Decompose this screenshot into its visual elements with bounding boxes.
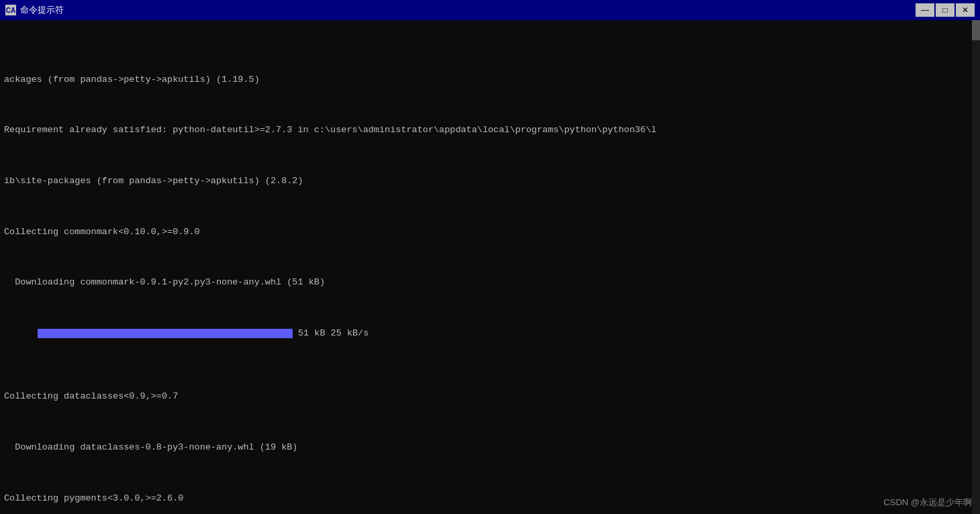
terminal-line-0: ackages (from pandas->petty->apkutils) (…	[4, 74, 976, 87]
terminal-content: ackages (from pandas->petty->apkutils) (…	[4, 23, 976, 514]
app-icon: CA	[5, 5, 16, 15]
terminal-line-8: Collecting pygments<3.0.0,>=2.6.0	[4, 493, 976, 505]
terminal-line-2: ib\site-packages (from pandas->petty->ap…	[4, 175, 976, 188]
terminal-body: ackages (from pandas->petty->apkutils) (…	[0, 20, 980, 514]
terminal-line-4: Downloading commonmark-0.9.1-py2.py3-non…	[4, 276, 976, 289]
watermark: CSDN @永远是少年啊	[883, 497, 972, 509]
progress-text-1: 51 kB 25 kB/s	[298, 327, 369, 340]
window-title: 命令提示符	[20, 4, 64, 16]
terminal-line-1: Requirement already satisfied: python-da…	[4, 124, 976, 137]
terminal-line-7: Downloading dataclasses-0.8-py3-none-any…	[4, 442, 976, 454]
terminal-line-6: Collecting dataclasses<0.9,>=0.7	[4, 391, 976, 403]
scrollbar[interactable]	[972, 20, 980, 514]
terminal-line-3: Collecting commonmark<0.10.0,>=0.9.0	[4, 226, 976, 239]
scrollbar-thumb[interactable]	[972, 20, 980, 40]
minimize-button[interactable]: —	[916, 3, 934, 17]
title-bar: CA 命令提示符 — □ ✕	[0, 0, 980, 20]
progress-bar-fill-1	[38, 329, 293, 338]
maximize-button[interactable]: □	[936, 3, 954, 17]
progress-bar-1: 51 kB 25 kB/s	[4, 327, 976, 340]
title-bar-left: CA 命令提示符	[5, 4, 64, 16]
window-controls: — □ ✕	[916, 3, 975, 17]
close-button[interactable]: ✕	[956, 3, 975, 17]
window: CA 命令提示符 — □ ✕ ackages (from pandas->pet…	[0, 0, 980, 514]
